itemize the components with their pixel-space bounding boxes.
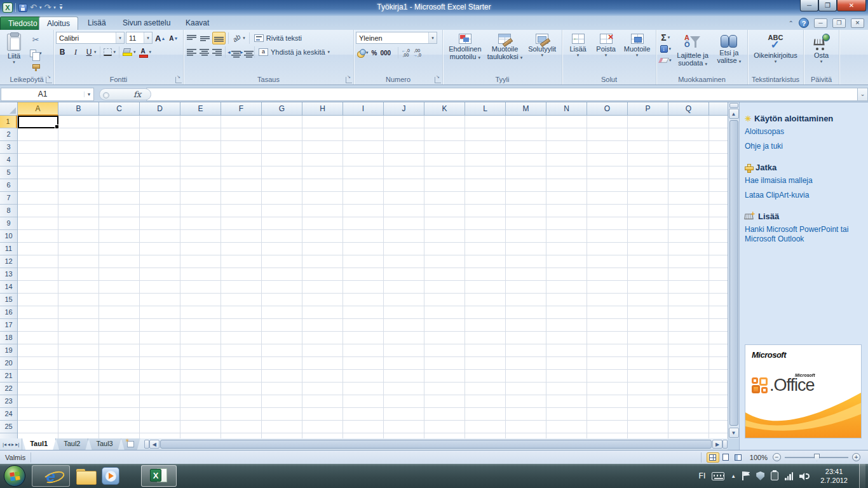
clock[interactable]: 23:41 2.7.2012 — [815, 467, 853, 485]
font-size-combo[interactable]: 11▾ — [126, 32, 153, 44]
comma-style-button[interactable]: 000 — [379, 46, 392, 59]
zoom-in-icon[interactable]: + — [852, 453, 860, 461]
conditional-formatting-button[interactable]: Ehdollinen muotoilu ▾ — [445, 32, 485, 75]
align-left-button[interactable] — [186, 46, 198, 58]
column-header-A[interactable]: A — [18, 102, 58, 116]
shrink-font-button[interactable]: A▼ — [168, 32, 179, 44]
clear-button[interactable]: ▾ — [658, 55, 673, 65]
row-header-25[interactable]: 25 — [0, 421, 17, 433]
decrease-decimal-button[interactable]: ,00→,0 — [412, 46, 423, 59]
row-header-4[interactable]: 4 — [0, 154, 17, 166]
horizontal-scrollbar[interactable]: ◀ ▶ — [144, 438, 728, 450]
row-header-12[interactable]: 12 — [0, 255, 17, 268]
column-header-E[interactable]: E — [180, 102, 221, 116]
increase-decimal-button[interactable]: ←,0,00 — [400, 46, 411, 59]
sort-filter-button[interactable]: AÖ Lajittele ja suodata ▾ — [674, 32, 712, 75]
column-header-O[interactable]: O — [587, 102, 628, 116]
tab-page-layout[interactable]: Sivun asettelu — [115, 17, 178, 30]
doc-restore-button[interactable]: ❐ — [832, 18, 846, 28]
decrease-indent-button[interactable]: ◂ — [227, 46, 240, 58]
keyboard-icon[interactable] — [712, 472, 724, 480]
format-painter-button[interactable] — [29, 61, 43, 74]
restore-button[interactable]: ❐ — [818, 0, 837, 11]
speaker-icon[interactable] — [799, 472, 809, 480]
grow-font-button[interactable]: A▲ — [154, 32, 166, 44]
scrollbar-split-handle[interactable] — [722, 440, 728, 449]
column-header-F[interactable]: F — [221, 102, 262, 116]
buy-button[interactable]: Osta ▾ — [806, 32, 837, 75]
merge-center-button[interactable]: Yhdistä ja keskitä▾ — [257, 46, 332, 58]
scroll-left-icon[interactable]: ◀ — [149, 440, 159, 449]
row-header-18[interactable]: 18 — [0, 332, 17, 344]
wrap-text-button[interactable]: Rivitä teksti — [252, 32, 304, 44]
number-dialog-launcher[interactable] — [435, 77, 441, 83]
font-color-button[interactable]: A▾ — [138, 46, 153, 58]
borders-button[interactable]: ▾ — [102, 46, 118, 58]
next-sheet-icon[interactable]: ▸ — [11, 442, 14, 447]
row-header-24[interactable]: 24 — [0, 408, 17, 421]
column-header-G[interactable]: G — [262, 102, 302, 116]
accounting-format-button[interactable]: ▾ — [356, 46, 370, 59]
update-clipboard-icon[interactable] — [771, 471, 778, 480]
insert-sheet-button[interactable] — [121, 438, 140, 450]
taskbar-file-explorer[interactable] — [76, 465, 95, 487]
cut-button[interactable]: ✂ — [29, 33, 43, 46]
scroll-down-icon[interactable]: ▼ — [729, 428, 739, 438]
delete-cells-button[interactable]: Poista▾ — [592, 32, 620, 75]
horizontal-scroll-thumb[interactable] — [160, 440, 712, 449]
autosum-button[interactable]: Σ▾ — [658, 32, 673, 43]
tab-home[interactable]: Aloitus — [39, 17, 78, 30]
row-header-21[interactable]: 21 — [0, 370, 17, 383]
format-as-table-button[interactable]: Muotoile taulukoksi ▾ — [485, 32, 525, 75]
tab-insert[interactable]: Lisää — [80, 17, 114, 30]
spelling-button[interactable]: ABC✓ Oikeinkirjoitus ▾ — [750, 32, 801, 75]
insert-function-icon[interactable]: fx — [133, 90, 141, 99]
scroll-right-icon[interactable]: ▶ — [712, 440, 722, 449]
row-header-1[interactable]: 1 — [0, 116, 17, 128]
column-header-L[interactable]: L — [465, 102, 506, 116]
minimize-button[interactable]: ─ — [800, 0, 818, 11]
column-header-M[interactable]: M — [506, 102, 546, 116]
fill-color-button[interactable]: ▾ — [121, 46, 137, 58]
cell-styles-button[interactable]: Solutyylit ▾ — [524, 32, 560, 75]
help-icon[interactable]: ? — [799, 18, 809, 28]
column-header-I[interactable]: I — [343, 102, 384, 116]
font-family-combo[interactable]: Calibri▾ — [56, 32, 125, 44]
zoom-thumb[interactable] — [814, 454, 820, 461]
percent-style-button[interactable]: % — [370, 46, 379, 59]
align-middle-button[interactable] — [199, 32, 211, 44]
alignment-dialog-launcher[interactable] — [346, 77, 352, 83]
name-box-dropdown-icon[interactable]: ▾ — [84, 92, 93, 97]
row-header-13[interactable]: 13 — [0, 268, 17, 281]
tab-split-handle[interactable] — [144, 440, 149, 449]
row-header-9[interactable]: 9 — [0, 217, 17, 230]
sheet-tab-taul1[interactable]: Taul1 — [22, 438, 56, 450]
sheet-tab-taul3[interactable]: Taul3 — [88, 438, 121, 450]
zoom-out-icon[interactable]: − — [773, 453, 781, 461]
link-hanki-office[interactable]: Hanki Microsoft PowerPoint tai Microsoft… — [745, 225, 859, 244]
action-center-flag-icon[interactable] — [742, 471, 750, 480]
row-header-3[interactable]: 3 — [0, 141, 17, 154]
last-sheet-icon[interactable]: ▸| — [15, 442, 19, 447]
taskbar-excel[interactable]: X — [141, 465, 177, 487]
row-header-22[interactable]: 22 — [0, 383, 17, 395]
column-header-B[interactable]: B — [58, 102, 99, 116]
row-header-19[interactable]: 19 — [0, 344, 17, 357]
collapse-ribbon-icon[interactable]: ⌃ — [789, 20, 794, 27]
show-desktop-button[interactable] — [859, 464, 865, 488]
increase-indent-button[interactable]: ▸ — [240, 46, 252, 58]
taskbar-internet-explorer[interactable]: e — [32, 465, 70, 487]
column-header-N[interactable]: N — [546, 102, 587, 116]
formula-input[interactable] — [146, 88, 857, 101]
row-header-14[interactable]: 14 — [0, 281, 17, 294]
doc-close-button[interactable]: ✕ — [851, 18, 864, 28]
row-header-15[interactable]: 15 — [0, 294, 17, 306]
link-hae-malleja[interactable]: Hae ilmaisia malleja — [745, 176, 863, 186]
number-format-combo[interactable]: Yleinen▾ — [356, 32, 437, 44]
row-header-23[interactable]: 23 — [0, 395, 17, 408]
page-break-view-button[interactable] — [732, 452, 745, 463]
active-cell-selection[interactable] — [18, 116, 58, 128]
column-header-P[interactable]: P — [628, 102, 668, 116]
column-header-C[interactable]: C — [99, 102, 140, 116]
insert-cells-button[interactable]: Lisää▾ — [564, 32, 592, 75]
